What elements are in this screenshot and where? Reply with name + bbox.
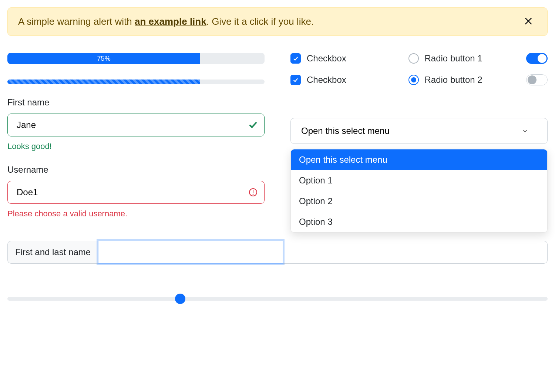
range-slider[interactable] [7, 293, 548, 304]
progress-main-bar: 75% [7, 53, 200, 64]
select-option-2[interactable]: Option 2 [291, 191, 547, 212]
left-column: 75% First name Looks good! Username Plea… [7, 53, 265, 219]
select-wrap: Open this select menu Open this select m… [290, 118, 548, 144]
select-menu[interactable]: Open this select menu [290, 118, 548, 144]
progress-striped [7, 80, 265, 84]
first-name-label: First name [7, 97, 265, 108]
radio-1[interactable]: Radio button 1 [408, 53, 519, 64]
switch-1[interactable] [526, 53, 548, 64]
radio-2[interactable]: Radio button 2 [408, 75, 519, 85]
select-option-0[interactable]: Open this select menu [291, 149, 547, 170]
alert-text-after: . Give it a click if you like. [206, 16, 314, 27]
chevron-down-icon [521, 127, 529, 135]
input-group-label: First and last name [7, 241, 98, 264]
checkbox-2-label: Checkbox [307, 75, 346, 85]
username-label: Username [7, 165, 265, 175]
alert-text: A simple warning alert with an example l… [18, 16, 520, 27]
select-value: Open this select menu [301, 126, 390, 136]
warning-alert: A simple warning alert with an example l… [7, 7, 548, 36]
first-name-group: First name Looks good! [7, 97, 265, 151]
switch-2[interactable] [526, 74, 548, 85]
checkbox-1[interactable]: Checkbox [290, 53, 401, 64]
alert-close-button[interactable] [520, 16, 537, 27]
checkbox-icon [290, 75, 301, 85]
username-input[interactable] [7, 181, 265, 204]
progress-main: 75% [7, 53, 265, 64]
alert-text-before: A simple warning alert with [18, 16, 135, 27]
controls-row-1: Checkbox Radio button 1 [290, 53, 548, 64]
name-input[interactable] [98, 241, 283, 264]
select-option-3[interactable]: Option 3 [291, 212, 547, 232]
checkbox-2[interactable]: Checkbox [290, 75, 401, 85]
username-group: Username Please choose a valid username. [7, 165, 265, 219]
first-name-input[interactable] [7, 114, 265, 136]
input-group-tail [283, 241, 548, 264]
range-thumb[interactable] [175, 294, 185, 304]
radio-1-label: Radio button 1 [425, 53, 482, 64]
controls-row-2: Checkbox Radio button 2 [290, 74, 548, 85]
checkbox-icon [290, 53, 301, 64]
select-dropdown: Open this select menu Option 1 Option 2 … [290, 149, 548, 233]
progress-striped-bar [7, 80, 200, 84]
checkbox-1-label: Checkbox [307, 53, 346, 64]
radio-2-label: Radio button 2 [425, 75, 482, 85]
right-column: Checkbox Radio button 1 Checkbox Radio b… [290, 53, 548, 219]
name-input-group: First and last name [7, 241, 548, 264]
range-track [7, 297, 548, 301]
alert-example-link[interactable]: an example link [135, 16, 206, 27]
username-feedback: Please choose a valid username. [7, 209, 265, 219]
radio-icon [408, 53, 419, 64]
radio-icon [408, 75, 419, 85]
first-name-feedback: Looks good! [7, 142, 265, 151]
close-icon [524, 16, 533, 27]
select-option-1[interactable]: Option 1 [291, 170, 547, 191]
